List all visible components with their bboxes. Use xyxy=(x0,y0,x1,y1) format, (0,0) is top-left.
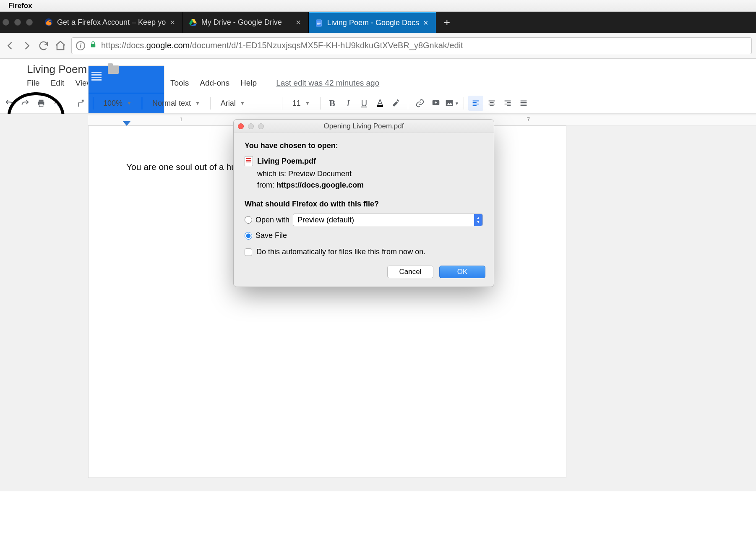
tab-label: Get a Firefox Account – Keep yo xyxy=(57,18,166,27)
remember-label: Do this automatically for files like thi… xyxy=(256,248,425,256)
svg-rect-9 xyxy=(91,44,96,47)
menu-help[interactable]: Help xyxy=(240,78,257,88)
open-with-option[interactable]: Open with Preview (default) ▲▼ xyxy=(245,214,483,226)
app-name: Firefox xyxy=(8,2,32,10)
separator xyxy=(93,97,93,110)
browser-tab-strip: Get a Firefox Account – Keep yo × My Dri… xyxy=(0,12,756,33)
drive-icon xyxy=(189,18,197,26)
home-button[interactable] xyxy=(55,40,66,52)
font-size-select[interactable]: 11▼ xyxy=(287,99,316,108)
save-file-option[interactable]: Save File xyxy=(245,231,483,240)
align-justify-button[interactable] xyxy=(516,96,531,111)
separator xyxy=(320,97,321,110)
reload-button[interactable] xyxy=(38,40,50,52)
folder-icon[interactable] xyxy=(108,65,119,74)
align-left-button[interactable] xyxy=(468,96,483,111)
new-tab-button[interactable]: + xyxy=(436,12,458,33)
docs-logo-icon[interactable] xyxy=(0,65,22,87)
window-zoom-icon[interactable] xyxy=(26,19,33,26)
undo-button[interactable] xyxy=(2,96,17,111)
window-controls[interactable] xyxy=(0,12,39,33)
svg-rect-10 xyxy=(39,100,44,102)
open-with-app-select[interactable]: Preview (default) ▲▼ xyxy=(293,214,483,226)
separator xyxy=(282,97,282,110)
svg-rect-8 xyxy=(317,24,320,25)
docs-icon xyxy=(315,19,323,27)
bold-button[interactable]: B xyxy=(325,96,340,111)
lock-icon xyxy=(89,41,97,50)
ruler-indent-marker[interactable] xyxy=(123,121,130,126)
tab-firefox-account[interactable]: Get a Firefox Account – Keep yo × xyxy=(39,12,183,33)
back-button[interactable] xyxy=(4,40,16,52)
insert-image-button[interactable]: ▼ xyxy=(444,96,459,111)
cancel-button[interactable]: Cancel xyxy=(387,266,433,278)
chevron-down-icon: ▼ xyxy=(305,100,310,106)
forward-button[interactable] xyxy=(21,40,33,52)
insert-comment-button[interactable]: + xyxy=(428,96,443,111)
tab-label: Living Poem - Google Docs xyxy=(327,18,419,27)
docs-menubar: File Edit View Insert Format Tools Add-o… xyxy=(27,76,379,93)
menu-file[interactable]: File xyxy=(27,78,40,88)
site-info-icon[interactable]: i xyxy=(76,41,85,50)
window-close-icon[interactable] xyxy=(3,19,9,26)
tab-label: My Drive - Google Drive xyxy=(201,18,282,27)
align-right-button[interactable] xyxy=(500,96,515,111)
open-with-radio[interactable] xyxy=(245,216,252,224)
save-file-label: Save File xyxy=(255,231,287,240)
align-center-button[interactable] xyxy=(484,96,499,111)
tab-google-docs[interactable]: Living Poem - Google Docs × xyxy=(309,12,436,33)
close-icon[interactable]: × xyxy=(296,18,301,27)
tab-google-drive[interactable]: My Drive - Google Drive × xyxy=(183,12,309,33)
browser-toolbar: i https://docs.google.com/document/d/1-E… xyxy=(0,33,756,59)
separator xyxy=(210,97,211,110)
dialog-question: What should Firefox do with this file? xyxy=(245,200,483,209)
menu-tools[interactable]: Tools xyxy=(170,78,189,88)
highlight-button[interactable] xyxy=(388,96,404,111)
separator xyxy=(408,97,408,110)
close-icon[interactable]: × xyxy=(170,18,175,27)
paragraph-style-select[interactable]: Normal text▼ xyxy=(146,99,206,108)
separator xyxy=(142,97,142,110)
paint-format-button[interactable] xyxy=(73,96,89,111)
redo-button[interactable] xyxy=(18,96,33,111)
separator xyxy=(464,97,464,110)
svg-text:+: + xyxy=(435,100,437,105)
text-color-button[interactable]: A xyxy=(373,96,388,111)
close-icon[interactable]: × xyxy=(423,18,428,28)
chevron-updown-icon: ▲▼ xyxy=(474,214,482,226)
file-source-row: from: https://docs.google.com xyxy=(257,181,483,190)
pdf-icon xyxy=(245,156,253,166)
remember-checkbox[interactable] xyxy=(245,248,252,256)
zoom-select[interactable]: 100%▼ xyxy=(97,99,138,108)
download-dialog: Opening Living Poem.pdf You have chosen … xyxy=(233,119,494,287)
chevron-down-icon: ▼ xyxy=(455,101,459,106)
insert-link-button[interactable] xyxy=(412,96,428,111)
chevron-down-icon: ▼ xyxy=(195,100,200,106)
address-bar[interactable]: i https://docs.google.com/document/d/1-E… xyxy=(71,37,752,54)
menu-addons[interactable]: Add-ons xyxy=(200,78,229,88)
ruler-mark: 1 xyxy=(180,116,182,123)
remember-choice-option[interactable]: Do this automatically for files like thi… xyxy=(245,248,483,256)
chevron-down-icon: ▼ xyxy=(240,100,245,106)
firefox-icon xyxy=(44,18,53,26)
spellcheck-button[interactable] xyxy=(50,96,65,111)
doc-title[interactable]: Living Poem xyxy=(27,63,87,76)
ok-button[interactable]: OK xyxy=(439,266,485,278)
svg-rect-6 xyxy=(317,21,321,22)
underline-button[interactable]: U xyxy=(357,96,372,111)
window-minimize-icon[interactable] xyxy=(14,19,21,26)
file-type-row: which is: Preview Document xyxy=(257,170,483,178)
open-with-label: Open with xyxy=(255,216,289,224)
italic-button[interactable]: I xyxy=(341,96,356,111)
menu-edit[interactable]: Edit xyxy=(51,78,65,88)
dialog-titlebar: Opening Living Poem.pdf xyxy=(234,120,494,133)
docs-toolbar: 100%▼ Normal text▼ Arial▼ 11▼ B I U A + … xyxy=(0,93,756,114)
url-text: https://docs.google.com/document/d/1-ED1… xyxy=(101,41,463,50)
print-button[interactable] xyxy=(34,96,49,111)
save-file-radio[interactable] xyxy=(245,232,252,240)
dialog-heading: You have chosen to open: xyxy=(245,141,483,150)
dialog-title: Opening Living Poem.pdf xyxy=(234,122,494,130)
font-select[interactable]: Arial▼ xyxy=(215,99,278,108)
docs-header: Living Poem ☆ File Edit View Insert Form… xyxy=(0,59,756,93)
last-edit-link[interactable]: Last edit was 42 minutes ago xyxy=(276,78,379,88)
